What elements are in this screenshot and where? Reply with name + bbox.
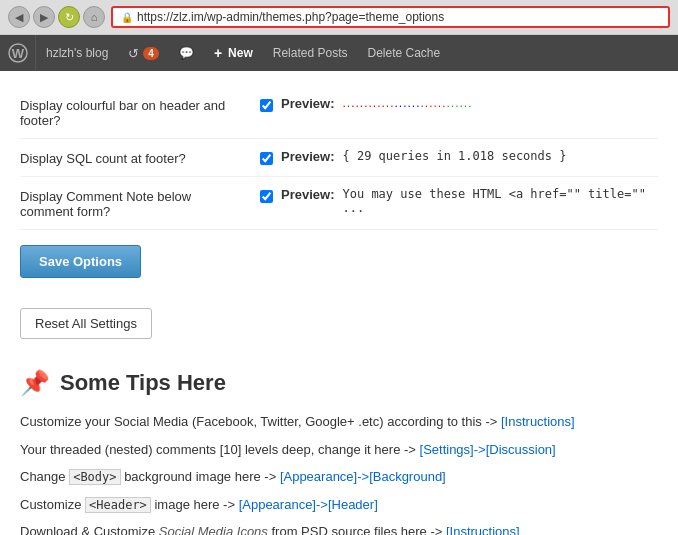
updates-count: 4 [143, 47, 159, 60]
tip-3-text-middle: background image here -> [124, 469, 280, 484]
back-button[interactable]: ◀ [8, 6, 30, 28]
checkbox-colorful-bar[interactable] [260, 99, 273, 112]
tip-4-text-middle: image here -> [154, 497, 238, 512]
tip-4-text-before: Customize [20, 497, 85, 512]
save-options-button[interactable]: Save Options [20, 245, 141, 278]
list-item: Customize <Header> image here -> [Appear… [20, 495, 658, 515]
tips-list: Customize your Social Media (Facebook, T… [20, 412, 658, 535]
setting-label-3: Display Comment Note below comment form? [20, 187, 240, 219]
tip-3-text-before: Change [20, 469, 69, 484]
updates-icon: ↺ [128, 46, 139, 61]
setting-row-comment: Display Comment Note below comment form?… [20, 177, 658, 230]
checkbox-comment[interactable] [260, 190, 273, 203]
tip-2-link[interactable]: [Settings]->[Discussion] [420, 442, 556, 457]
tips-icon: 📌 [20, 369, 50, 397]
tip-3-link[interactable]: [Appearance]->[Background] [280, 469, 446, 484]
admin-bar-site-name[interactable]: hzlzh's blog [36, 35, 118, 71]
list-item: Download & Customize Social Media Icons … [20, 522, 658, 535]
tip-4-link[interactable]: [Appearance]->[Header] [239, 497, 378, 512]
preview-value-3: You may use these HTML <a href="" title=… [342, 187, 658, 215]
preview-value-1: .............................. [342, 96, 472, 110]
home-button[interactable]: ⌂ [83, 6, 105, 28]
admin-bar-updates[interactable]: ↺ 4 [118, 35, 169, 71]
tips-section: 📌 Some Tips Here Customize your Social M… [20, 369, 658, 535]
setting-row-colorful-bar: Display colourful bar on header and foot… [20, 86, 658, 139]
tip-2-text: Your threaded (nested) comments [10] lev… [20, 442, 420, 457]
tips-header: 📌 Some Tips Here [20, 369, 658, 397]
svg-text:W: W [11, 46, 24, 61]
browser-nav-buttons: ◀ ▶ ↻ ⌂ [8, 6, 105, 28]
preview-label-1: Preview: [281, 96, 334, 111]
url-text: https://zlz.im/wp-admin/themes.php?page=… [137, 10, 444, 24]
setting-label-2: Display SQL count at footer? [20, 149, 240, 166]
setting-control-2: Preview: { 29 queries in 1.018 seconds } [260, 149, 658, 165]
wp-logo[interactable]: W [0, 35, 36, 71]
security-icon: 🔒 [121, 12, 133, 23]
list-item: Change <Body> background image here -> [… [20, 467, 658, 487]
reset-settings-button[interactable]: Reset All Settings [20, 308, 152, 339]
tip-1-link[interactable]: [Instructions] [501, 414, 575, 429]
tips-title: Some Tips Here [60, 370, 226, 396]
browser-toolbar: ◀ ▶ ↻ ⌂ 🔒 https://zlz.im/wp-admin/themes… [0, 0, 678, 34]
setting-control-1: Preview: .............................. [260, 96, 658, 112]
tip-5-social-text: Social Media Icons [159, 524, 268, 535]
list-item: Your threaded (nested) comments [10] lev… [20, 440, 658, 460]
setting-label-1: Display colourful bar on header and foot… [20, 96, 240, 128]
tip-3-code: <Body> [69, 469, 120, 485]
new-label: New [228, 46, 253, 60]
wp-admin-bar: W hzlzh's blog ↺ 4 💬 New Related Posts D… [0, 35, 678, 71]
tip-5-text-before: Download & Customize [20, 524, 159, 535]
tip-5-link[interactable]: [Instructions] [446, 524, 520, 535]
comments-icon: 💬 [179, 46, 194, 60]
setting-row-sql: Display SQL count at footer? Preview: { … [20, 139, 658, 177]
tip-1-text: Customize your Social Media (Facebook, T… [20, 414, 501, 429]
browser-chrome: ◀ ▶ ↻ ⌂ 🔒 https://zlz.im/wp-admin/themes… [0, 0, 678, 35]
tip-5-text-middle: from PSD source files here -> [271, 524, 445, 535]
preview-label-2: Preview: [281, 149, 334, 164]
admin-bar-new[interactable]: New [204, 35, 263, 71]
admin-bar-items: hzlzh's blog ↺ 4 💬 New Related Posts Del… [36, 35, 678, 71]
admin-bar-comments[interactable]: 💬 [169, 35, 204, 71]
tip-4-code: <Header> [85, 497, 151, 513]
setting-control-3: Preview: You may use these HTML <a href=… [260, 187, 658, 215]
main-content: Display colourful bar on header and foot… [0, 71, 678, 535]
list-item: Customize your Social Media (Facebook, T… [20, 412, 658, 432]
related-posts-label: Related Posts [273, 46, 348, 60]
address-bar[interactable]: 🔒 https://zlz.im/wp-admin/themes.php?pag… [111, 6, 670, 28]
site-name-text: hzlzh's blog [46, 46, 108, 60]
admin-bar-related-posts[interactable]: Related Posts [263, 35, 358, 71]
delete-cache-label: Delete Cache [367, 46, 440, 60]
preview-value-2: { 29 queries in 1.018 seconds } [342, 149, 566, 163]
refresh-button[interactable]: ↻ [58, 6, 80, 28]
admin-bar-delete-cache[interactable]: Delete Cache [357, 35, 450, 71]
forward-button[interactable]: ▶ [33, 6, 55, 28]
preview-label-3: Preview: [281, 187, 334, 202]
checkbox-sql[interactable] [260, 152, 273, 165]
